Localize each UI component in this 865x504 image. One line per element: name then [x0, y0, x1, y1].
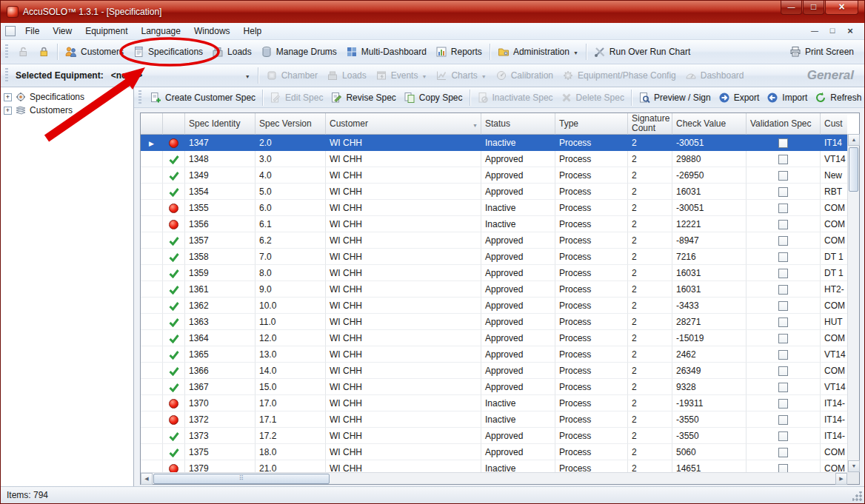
- column-header-signature-count[interactable]: Signature Count: [628, 113, 672, 135]
- scroll-track[interactable]: [330, 473, 835, 484]
- expand-icon[interactable]: [4, 107, 12, 115]
- menu-item-equipment[interactable]: Equipment: [79, 24, 134, 38]
- validation-spec-checkbox[interactable]: [778, 155, 788, 164]
- validation-spec-checkbox[interactable]: [778, 464, 788, 472]
- scroll-left-icon[interactable]: [141, 473, 153, 485]
- toolbar-button-loads[interactable]: Loads: [207, 43, 256, 61]
- table-row[interactable]: 13566.1WI CHHInactiveProcess212221COM: [141, 216, 847, 232]
- spec-button-copy-spec[interactable]: Copy Spec: [400, 90, 467, 106]
- row-selector-cell[interactable]: [141, 281, 163, 298]
- equipment-button-calibration[interactable]: Calibration: [491, 67, 558, 84]
- column-header-spec-identity[interactable]: Spec Identity: [185, 113, 256, 135]
- spec-button-revise-spec[interactable]: Revise Spec: [327, 90, 399, 106]
- spec-button-delete-spec[interactable]: Delete Spec: [557, 90, 628, 106]
- spec-button-edit-spec[interactable]: Edit Spec: [266, 90, 327, 106]
- table-row[interactable]: 137518.0WI CHHApprovedProcess25060COM: [141, 444, 847, 460]
- menu-item-help[interactable]: Help: [237, 24, 269, 38]
- scroll-right-icon[interactable]: [835, 473, 847, 485]
- equipment-button-equipment-phase-config[interactable]: Equipment/Phase Config: [558, 67, 681, 84]
- menu-item-windows[interactable]: Windows: [187, 24, 237, 38]
- row-selector-cell[interactable]: [141, 330, 163, 346]
- mdi-restore-button[interactable]: [826, 25, 839, 37]
- toolbar-button-customers[interactable]: Customers: [61, 43, 128, 61]
- horizontal-scroll-thumb[interactable]: [153, 474, 330, 484]
- table-row[interactable]: 13545.0WI CHHApprovedProcess216031RBT: [141, 184, 847, 200]
- equipment-button-loads[interactable]: Loads: [322, 67, 371, 84]
- spec-button-preview-sign[interactable]: Preview / Sign: [635, 90, 715, 106]
- row-selector-cell[interactable]: [141, 184, 163, 200]
- sidebar-item-specifications[interactable]: Specifications: [2, 90, 132, 104]
- validation-spec-checkbox[interactable]: [778, 366, 788, 376]
- validation-spec-checkbox[interactable]: [778, 252, 788, 262]
- validation-spec-checkbox[interactable]: [778, 350, 788, 360]
- row-selector-cell[interactable]: [141, 265, 163, 281]
- table-row[interactable]: 136210.0WI CHHApprovedProcess2-3433COM: [141, 298, 847, 314]
- table-row[interactable]: 137317.2WI CHHApprovedProcess2-3550IT14-: [141, 428, 847, 444]
- table-row[interactable]: 13619.0WI CHHApprovedProcess216031HT2-: [141, 281, 847, 298]
- mdi-close-button[interactable]: [844, 25, 857, 37]
- row-selector-cell[interactable]: [141, 167, 163, 184]
- validation-spec-checkbox[interactable]: [778, 448, 788, 457]
- row-selector-cell[interactable]: [141, 249, 163, 265]
- menu-item-language[interactable]: Language: [135, 24, 187, 38]
- validation-spec-checkbox[interactable]: [778, 301, 788, 311]
- vertical-scroll-thumb[interactable]: [849, 147, 858, 192]
- validation-spec-checkbox[interactable]: [778, 171, 788, 181]
- validation-spec-checkbox[interactable]: [778, 204, 788, 213]
- mdi-minimize-button[interactable]: [808, 25, 821, 37]
- validation-spec-checkbox[interactable]: [778, 220, 788, 229]
- table-row[interactable]: 13556.0WI CHHInactiveProcess2-30051COM: [141, 200, 847, 216]
- row-selector-cell[interactable]: [141, 428, 163, 444]
- spec-button-export[interactable]: Export: [715, 90, 764, 106]
- row-selector-cell[interactable]: [141, 444, 163, 460]
- toolbar-button-print-screen[interactable]: Print Screen: [785, 43, 858, 61]
- validation-spec-checkbox[interactable]: [778, 431, 788, 441]
- vertical-scrollbar[interactable]: [847, 134, 859, 472]
- validation-spec-checkbox[interactable]: [778, 383, 788, 392]
- table-row[interactable]: 136715.0WI CHHApprovedProcess29328VT14: [141, 379, 847, 395]
- row-selector-cell[interactable]: [141, 151, 163, 167]
- column-header-status-icon[interactable]: [163, 113, 185, 135]
- validation-spec-checkbox[interactable]: [778, 334, 788, 343]
- toolbar-button-run-over-run-chart[interactable]: Run Over Run Chart: [590, 43, 695, 61]
- validation-spec-checkbox[interactable]: [778, 269, 788, 278]
- validation-spec-checkbox[interactable]: [778, 415, 788, 425]
- spec-button-import[interactable]: Import: [763, 90, 811, 106]
- row-selector-cell[interactable]: [141, 216, 163, 232]
- row-selector-cell[interactable]: [141, 346, 163, 363]
- row-selector-cell[interactable]: [141, 314, 163, 330]
- toolbar-button-administration[interactable]: Administration: [493, 43, 583, 61]
- equipment-button-chamber[interactable]: Chamber: [261, 67, 322, 84]
- column-header-customer[interactable]: Customer: [326, 113, 481, 135]
- validation-spec-checkbox[interactable]: [778, 399, 788, 409]
- row-selector-cell[interactable]: [141, 395, 163, 411]
- table-row[interactable]: 13587.0WI CHHApprovedProcess27216DT 1: [141, 249, 847, 265]
- horizontal-scrollbar[interactable]: [141, 472, 847, 484]
- validation-spec-checkbox[interactable]: [778, 236, 788, 246]
- equipment-button-dashboard[interactable]: Dashboard: [681, 67, 749, 84]
- table-row[interactable]: 137017.0WI CHHInactiveProcess2-19311IT14…: [141, 395, 847, 411]
- table-row[interactable]: 137217.1WI CHHInactiveProcess2-3550IT14-: [141, 411, 847, 428]
- row-selector-cell[interactable]: [141, 379, 163, 395]
- resize-grip-icon[interactable]: [852, 491, 863, 502]
- validation-spec-checkbox[interactable]: [778, 285, 788, 295]
- table-row[interactable]: 136412.0WI CHHApprovedProcess2-15019COM: [141, 330, 847, 346]
- column-header-check-value[interactable]: Check Value: [672, 113, 747, 135]
- row-selector-cell[interactable]: [141, 232, 163, 249]
- scroll-down-icon[interactable]: [848, 460, 860, 472]
- column-header-type[interactable]: Type: [555, 113, 628, 135]
- equipment-button-events[interactable]: Events: [371, 67, 432, 84]
- validation-spec-checkbox[interactable]: [778, 138, 788, 148]
- row-selector-cell[interactable]: [141, 200, 163, 216]
- close-button[interactable]: [825, 1, 858, 15]
- selected-equipment-dropdown[interactable]: <none>: [107, 68, 255, 83]
- table-row[interactable]: 13494.0WI CHHApprovedProcess2-26950New: [141, 167, 847, 184]
- toolbar-button-reports[interactable]: Reports: [431, 43, 487, 61]
- table-row[interactable]: 13598.0WI CHHApprovedProcess216031DT 1: [141, 265, 847, 281]
- toolbar-button-specifications[interactable]: Specifications: [128, 43, 207, 61]
- column-header-status[interactable]: Status: [481, 113, 555, 135]
- spec-button-create-customer-spec[interactable]: Create Customer Spec: [146, 90, 259, 106]
- table-row[interactable]: 13576.2WI CHHApprovedProcess2-8947COM: [141, 232, 847, 249]
- column-header-validation-spec[interactable]: Validation Spec: [747, 113, 821, 135]
- row-selector-cell[interactable]: [141, 411, 163, 428]
